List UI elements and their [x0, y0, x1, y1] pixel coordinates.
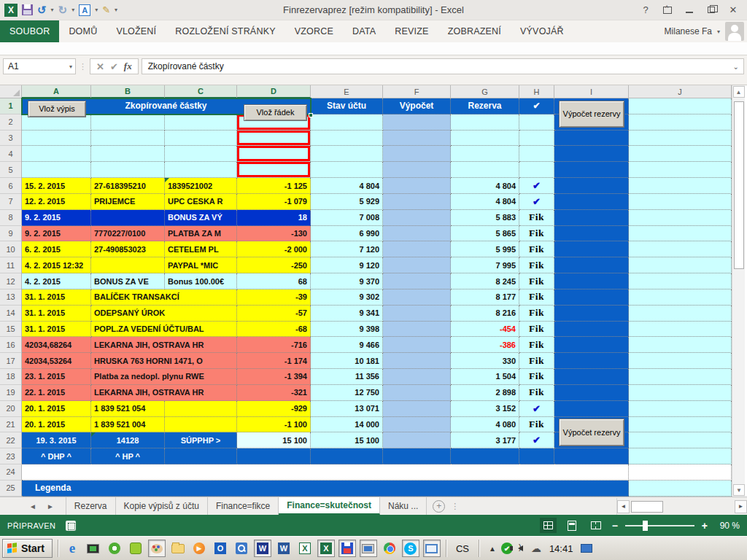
column-header-F[interactable]: F [383, 85, 451, 98]
cell-F16[interactable] [383, 337, 451, 353]
cell-J13[interactable] [629, 289, 732, 306]
column-header-C[interactable]: C [165, 85, 237, 98]
cell-C12[interactable]: Bonus 100.00€ [165, 273, 237, 289]
cell-G2[interactable] [451, 114, 519, 131]
row-header-1[interactable]: 1 [0, 98, 22, 114]
remote-desktop-icon[interactable] [85, 540, 102, 557]
cell-F2[interactable] [383, 114, 451, 131]
help-button[interactable]: ? [636, 3, 655, 18]
redo-dropdown-icon[interactable]: ▾ [71, 7, 74, 13]
cell-B23[interactable]: ^ HP ^ [91, 448, 165, 464]
cell-I7[interactable] [554, 194, 629, 210]
cell-E22[interactable]: 15 100 [311, 432, 383, 448]
cell-A24[interactable] [22, 464, 629, 481]
sheet-next-icon[interactable]: ► [47, 502, 54, 510]
cell-D9[interactable]: -130 [237, 226, 311, 242]
cell-B2[interactable] [91, 114, 165, 131]
cell-E19[interactable]: 12 750 [311, 385, 383, 401]
font-dropdown-icon[interactable]: ▾ [95, 7, 98, 13]
sheet-prev-icon[interactable]: ◄ [29, 502, 36, 510]
cell-G12[interactable]: 8 245 [451, 273, 519, 289]
cell-E2[interactable] [311, 114, 383, 131]
cell-D7[interactable]: -1 079 [237, 194, 311, 210]
zoom-slider[interactable] [625, 525, 694, 526]
cell-J20[interactable] [629, 401, 732, 417]
cell-D15[interactable]: -68 [237, 322, 311, 338]
cell-D10[interactable]: -2 000 [237, 241, 311, 257]
cell-D22[interactable]: 15 100 [237, 432, 311, 448]
tray-expand-icon[interactable]: ▲ [489, 545, 496, 553]
cell-E23[interactable] [311, 448, 383, 464]
cell-F23[interactable] [383, 448, 451, 464]
cell-D21[interactable]: -1 100 [237, 417, 311, 433]
cell-E17[interactable]: 10 181 [311, 353, 383, 369]
cell-D13[interactable]: -39 [237, 289, 311, 306]
cell-F3[interactable] [383, 131, 451, 147]
cell-I3[interactable] [554, 131, 629, 147]
cell-F20[interactable] [383, 401, 451, 417]
tab-soubor[interactable]: SOUBOR [0, 20, 59, 42]
tab-revize[interactable]: REVIZE [385, 20, 438, 42]
cell-F8[interactable] [383, 210, 451, 226]
peazip-icon[interactable] [127, 540, 144, 557]
volume-icon[interactable] [518, 545, 523, 551]
cell-B16[interactable]: LEKARNA JIH, OSTRAVA HR [91, 337, 237, 353]
zoom-out-icon[interactable]: − [612, 520, 618, 532]
vloz-radek-button[interactable]: Vlož řádek [244, 104, 307, 121]
tab-zobrazení[interactable]: ZOBRAZENÍ [438, 20, 511, 42]
row-header-9[interactable]: 9 [0, 226, 22, 242]
paint-icon[interactable] [148, 540, 166, 557]
format-painter-icon[interactable]: ✎ [102, 4, 110, 15]
cell-A15[interactable]: 31. 1. 2015 [22, 322, 91, 338]
row-header-12[interactable]: 12 [0, 273, 22, 289]
cell-G13[interactable]: 8 177 [451, 289, 519, 306]
cell-H7[interactable]: ✔ [519, 194, 554, 210]
font-dialog-icon[interactable]: A [79, 4, 90, 16]
cell-I17[interactable] [554, 353, 629, 369]
cell-A3[interactable] [22, 131, 91, 147]
cell-C4[interactable] [165, 146, 237, 162]
cell-G18[interactable]: 1 504 [451, 369, 519, 385]
cell-J24[interactable] [629, 464, 732, 481]
internet-explorer-icon[interactable]: e [63, 540, 81, 557]
cell-D17[interactable]: -1 174 [237, 353, 311, 369]
cell-D8[interactable]: 18 [237, 210, 311, 226]
row-header-25[interactable]: 25 [0, 481, 22, 497]
formula-input[interactable]: Zkopírované částky ⌄ [142, 58, 744, 74]
cell-A19[interactable]: 22. 1. 2015 [22, 385, 91, 401]
cell-J6[interactable] [629, 178, 732, 194]
scroll-down-icon[interactable]: ▼ [733, 484, 745, 496]
excel-taskbar-icon[interactable]: X [317, 540, 335, 557]
row-header-11[interactable]: 11 [0, 257, 22, 273]
qat-customize-icon[interactable]: ▾ [115, 7, 117, 13]
cancel-entry-icon[interactable]: ✕ [96, 61, 104, 72]
row-header-10[interactable]: 10 [0, 241, 22, 257]
cell-F12[interactable] [383, 273, 451, 289]
cell-I5[interactable] [554, 162, 629, 178]
row-header-14[interactable]: 14 [0, 306, 22, 322]
undo-icon[interactable]: ↺ [37, 4, 47, 17]
cell-G23[interactable] [451, 448, 519, 464]
column-header-A[interactable]: A [22, 85, 91, 98]
cell-E7[interactable]: 5 929 [311, 194, 383, 210]
cell-B3[interactable] [91, 131, 165, 147]
cell-G15[interactable]: -454 [451, 322, 519, 338]
cell-D14[interactable]: -57 [237, 306, 311, 322]
cell-D23[interactable] [237, 448, 311, 464]
name-box[interactable]: A1 ▾ [3, 58, 76, 74]
cell-H11[interactable]: Fik [519, 257, 554, 273]
cell-F19[interactable] [383, 385, 451, 401]
row-header-20[interactable]: 20 [0, 401, 22, 417]
cell-A20[interactable]: 20. 1. 2015 [22, 401, 91, 417]
column-header-B[interactable]: B [91, 85, 165, 98]
cell-B9[interactable]: 7770227/0100 [91, 226, 165, 242]
scroll-left-icon[interactable]: ◄ [617, 500, 630, 513]
cell-E5[interactable] [311, 162, 383, 178]
cell-I14[interactable] [554, 306, 629, 322]
row-header-24[interactable]: 24 [0, 464, 22, 481]
row-header-15[interactable]: 15 [0, 322, 22, 338]
cell-I23[interactable] [554, 448, 629, 464]
column-header-I[interactable]: I [554, 85, 629, 98]
cell-C9[interactable]: PLATBA ZA M [165, 226, 237, 242]
cell-D18[interactable]: -1 394 [237, 369, 311, 385]
